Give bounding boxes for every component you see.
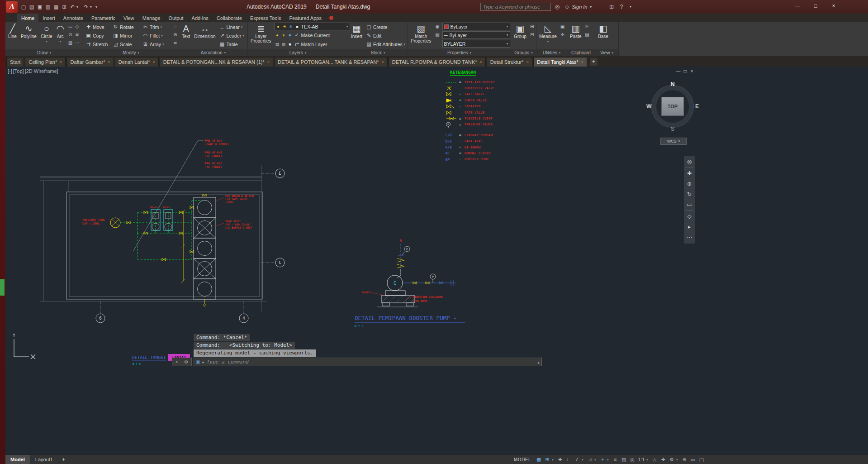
layer-properties-button[interactable]: ≣ Layer Properties [249,23,273,44]
redo-dropdown-icon[interactable]: ▾ [90,5,95,9]
ungroup-icon[interactable]: ⊞ [529,23,535,31]
orbit-icon[interactable]: ↻ [684,189,695,200]
line-button[interactable]: ╱ Line [7,23,18,39]
tab-insert[interactable]: Insert [38,14,59,22]
viewcube-north[interactable]: N [670,81,674,87]
panel-label-draw[interactable]: Draw▾ [5,49,83,56]
arc-dropdown-icon[interactable]: ▾ [59,39,61,44]
make-current-button[interactable]: ● ☀ ❄ ✓ Make Current [274,31,350,39]
layer-dropdown-icon[interactable]: ▾ [346,24,348,29]
match-layer-button[interactable]: ▤ ▥ ■ ⇄ Match Layer [274,40,350,48]
polar-tracking-icon[interactable]: ∠ [573,455,581,464]
save-icon[interactable]: ▣ [36,2,44,12]
app-menu-button[interactable]: A [6,1,18,13]
autoscale-icon[interactable]: ✚ [659,455,667,464]
osnap-dropdown-icon[interactable]: ▾ [607,458,611,462]
id-point-icon[interactable]: ✛ [560,31,565,39]
undo-dropdown-icon[interactable]: ▾ [76,5,82,9]
linear-button[interactable]: ↔Linear▾ [218,23,245,31]
panel-label-modify[interactable]: Modify▾ [83,49,179,56]
file-tab[interactable]: Detail Struktur*× [487,57,532,67]
file-tab[interactable]: Denah Lantai*× [115,57,159,67]
annotation-monitor-icon[interactable]: ⊕ [680,455,688,464]
annotation-scale-button[interactable]: 1:1 [637,457,646,462]
tab-parametric[interactable]: Parametric [87,14,119,22]
drawing-area[interactable]: [-] [Top] [2D Wireframe] — □ × [5,67,868,454]
file-tab[interactable]: DETAIL & POTONGAN... TANK & RESAPAN*× [274,57,388,67]
viewcube-top-face[interactable]: TOP [661,97,684,116]
panel-label-layers[interactable]: Layers▾ [248,49,348,56]
minimize-button[interactable]: — [788,0,806,12]
panel-label-utilities[interactable]: Utilities▾ [536,49,567,56]
annotation-visibility-icon[interactable]: △ [650,455,659,464]
fillet-button[interactable]: ◠Fillet▾ [142,31,171,40]
stretch-button[interactable]: ⇉Stretch [85,40,112,48]
desktop-icon[interactable] [0,279,5,296]
tab-annotate[interactable]: Annotate [59,14,87,22]
workspace-dropdown-icon[interactable]: ▾ [676,458,680,462]
table-button[interactable]: ▦Table [218,40,245,48]
zoom-icon[interactable]: ⊕ [684,179,695,189]
trim-button[interactable]: ✄Trim▾ [142,23,171,31]
showmotion-icon[interactable]: ▭ [684,200,695,210]
measure-dropdown-icon[interactable]: ▾ [547,39,549,44]
lineweight-display-icon[interactable]: ≡ [611,455,619,464]
viewcube-west[interactable]: W [646,103,651,110]
mirror-button[interactable]: ◨Mirror [112,31,142,40]
ellipse-icon[interactable]: ◇ [74,23,81,31]
panel-label-groups[interactable]: Groups▾ [511,49,536,56]
base-button[interactable]: ◧ Base [597,23,610,39]
file-tab[interactable]: Ceiling Plan*× [25,57,66,67]
scale-dropdown-icon[interactable]: ▾ [646,458,650,462]
isodraft-icon[interactable]: ⊿ [586,455,594,464]
object-color-select[interactable]: ByLayer ▾ [442,23,510,30]
rectangle-icon[interactable]: ▭ [67,23,74,31]
close-tab-icon[interactable]: × [60,60,62,64]
undo-icon[interactable]: ↶ [68,2,76,12]
model-tab[interactable]: Model [5,455,30,464]
copy-clip-icon[interactable]: ▤ [584,31,590,39]
tab-express-tools[interactable]: Express Tools [246,14,285,22]
file-tab[interactable]: DETAIL & POTONGAN...NK & RESAPAN (1)*× [160,57,273,67]
arc-button[interactable]: ◠ Arc ▾ [55,23,66,44]
tab-view[interactable]: View [119,14,138,22]
model-space-button[interactable]: MODEL [511,457,534,462]
cut-icon[interactable]: ✄ [584,23,590,31]
hatch-icon[interactable]: ▨ [67,39,74,47]
sign-in-button[interactable]: ☺ Sign In ▾ [564,2,592,11]
polyline-button[interactable]: ∿ Polyline [19,23,38,39]
layer-thaw-icon[interactable]: ☀ [282,24,287,29]
array-button[interactable]: ⊞Array▾ [142,40,171,48]
leader-button[interactable]: ↗Leader▾ [218,31,245,40]
file-tab[interactable]: DETAIL R.POMPA & GROUND TANK*× [389,57,486,67]
layer-select[interactable]: ● ☀ ❄ ■ TEX-AB ▾ [274,23,350,30]
search-input[interactable] [480,3,551,11]
qat-customize-icon[interactable]: ▾ [95,5,101,9]
insert-button[interactable]: ▦ Insert [350,23,364,39]
isolate-objects-icon[interactable]: ▭ [689,455,697,464]
pan-icon[interactable]: ✚ [684,168,695,179]
nav-extra-icon[interactable]: ◇ [684,211,695,222]
point-icon[interactable]: ⊙ [67,31,74,39]
command-input[interactable] [207,359,535,365]
panel-label-block[interactable]: Block▾ [348,49,408,56]
store-icon[interactable]: ⊞ [607,2,616,11]
help-dropdown-icon[interactable]: ▾ [626,2,635,11]
circle-dropdown-icon[interactable]: ▾ [46,39,47,44]
text-button[interactable]: A Text [180,23,191,39]
erase-icon[interactable]: ◌ [172,23,179,31]
tab-featured-apps[interactable]: Featured Apps [285,14,326,22]
panel-label-view[interactable]: View▾ [595,49,618,56]
close-tab-icon[interactable]: × [581,60,583,64]
layer-on-icon[interactable]: ● [276,24,281,29]
redo-icon[interactable]: ↷ [82,2,90,12]
search-icon[interactable]: ◎ [553,2,562,11]
close-button[interactable]: × [825,0,843,12]
command-customize-icon[interactable]: ⚙ [184,359,188,364]
viewcube-south[interactable]: S [671,126,674,132]
ortho-icon[interactable]: ∟ [564,455,573,464]
linetype-select[interactable]: BYLAYER ▾ [442,40,510,48]
edit-block-button[interactable]: ✎Edit [365,31,406,40]
open-icon[interactable]: ▤ [28,2,36,12]
command-expand-icon[interactable]: ▴ [537,360,540,364]
